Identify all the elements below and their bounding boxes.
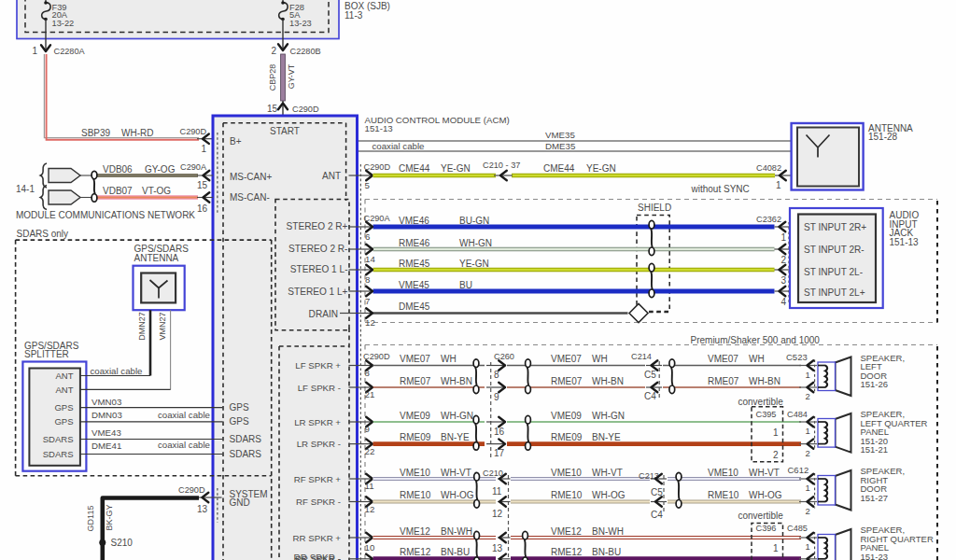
svg-text:11-3: 11-3	[344, 10, 363, 21]
svg-text:ST INPUT 2R-: ST INPUT 2R-	[804, 245, 865, 255]
svg-text:C5: C5	[651, 487, 663, 497]
svg-text:WH-GN: WH-GN	[441, 411, 473, 421]
svg-text:MS-CAN+: MS-CAN+	[230, 172, 272, 182]
svg-text:VME10: VME10	[400, 468, 430, 478]
svg-text:5: 5	[365, 180, 370, 190]
svg-text:VME43: VME43	[91, 427, 121, 438]
svg-text:VME09: VME09	[400, 411, 430, 421]
svg-text:DMN03: DMN03	[91, 410, 122, 420]
svg-text:VME07: VME07	[551, 354, 582, 364]
svg-text:GPS: GPS	[230, 402, 249, 413]
svg-text:YE-GN: YE-GN	[441, 163, 471, 174]
svg-text:RME10: RME10	[400, 490, 431, 500]
svg-text:BN-YE: BN-YE	[441, 432, 470, 442]
svg-text:151-27: 151-27	[861, 493, 889, 503]
svg-text:S210: S210	[111, 538, 134, 548]
svg-text:WH-OG: WH-OG	[441, 490, 474, 500]
svg-text:WH-BN: WH-BN	[749, 376, 780, 386]
svg-text:2: 2	[806, 391, 810, 401]
svg-text:DMN27: DMN27	[137, 312, 147, 341]
svg-text:RME45: RME45	[399, 259, 430, 269]
svg-text:coaxial cable: coaxial cable	[91, 366, 143, 376]
svg-text:CME44: CME44	[543, 163, 575, 174]
svg-text:15: 15	[197, 180, 208, 190]
svg-text:DME45: DME45	[399, 301, 430, 312]
svg-text:10: 10	[365, 542, 375, 553]
svg-text:ST INPUT 2L+: ST INPUT 2L+	[804, 287, 865, 298]
svg-text:2: 2	[781, 255, 787, 265]
svg-text:WH: WH	[749, 354, 765, 364]
svg-text:151-23: 151-23	[861, 552, 889, 560]
svg-text:C4: C4	[644, 391, 656, 401]
svg-text:BK-GY: BK-GY	[105, 504, 114, 530]
svg-text:3: 3	[781, 275, 787, 286]
svg-text:C210 - 37: C210 - 37	[483, 161, 520, 170]
svg-text:ST INPUT 2L-: ST INPUT 2L-	[804, 267, 863, 277]
svg-text:C290A: C290A	[364, 214, 391, 223]
svg-text:RF SPKR -: RF SPKR -	[296, 497, 341, 507]
svg-text:RR SPKR -: RR SPKR -	[293, 553, 341, 560]
svg-text:C210: C210	[483, 469, 503, 478]
svg-text:14: 14	[365, 254, 375, 264]
svg-text:WH: WH	[592, 354, 608, 364]
svg-text:C2362: C2362	[756, 215, 781, 224]
svg-text:1: 1	[806, 370, 810, 380]
svg-text:2: 2	[773, 450, 779, 460]
svg-text:C290D: C290D	[364, 162, 391, 172]
svg-text:8: 8	[494, 370, 499, 380]
svg-text:WH-OG: WH-OG	[749, 490, 782, 500]
svg-text:151-26: 151-26	[861, 379, 889, 389]
svg-text:8: 8	[365, 368, 370, 378]
svg-text:CBP28: CBP28	[268, 64, 277, 91]
svg-text:12: 12	[492, 509, 503, 519]
svg-text:1: 1	[776, 180, 781, 190]
svg-text:DME41: DME41	[91, 441, 121, 451]
svg-text:WH-VT: WH-VT	[592, 468, 623, 478]
svg-text:WH-RD: WH-RD	[121, 128, 153, 138]
svg-text:LR SPKR -: LR SPKR -	[297, 439, 341, 449]
svg-text:STEREO 1 L+: STEREO 1 L+	[288, 287, 347, 297]
svg-text:VME10: VME10	[551, 468, 582, 478]
svg-text:VME09: VME09	[551, 411, 582, 421]
svg-text:ANT: ANT	[56, 385, 74, 395]
svg-text:BN-BU: BN-BU	[441, 547, 470, 557]
svg-text:RME07: RME07	[400, 376, 431, 386]
svg-text:BN-BU: BN-BU	[592, 547, 621, 557]
svg-text:RR SPKR +: RR SPKR +	[293, 533, 342, 543]
svg-text:SBP39: SBP39	[81, 128, 111, 138]
svg-text:151-28: 151-28	[868, 132, 898, 142]
svg-text:12: 12	[365, 317, 375, 328]
svg-text:VME12: VME12	[551, 526, 582, 537]
svg-text:17: 17	[494, 448, 505, 458]
svg-text:1: 1	[201, 144, 206, 154]
svg-text:C290D: C290D	[178, 485, 205, 495]
svg-text:C612: C612	[788, 465, 809, 475]
svg-text:ANT: ANT	[56, 371, 74, 381]
svg-text:1: 1	[32, 46, 37, 56]
svg-text:151-13: 151-13	[890, 237, 920, 247]
svg-text:DME35: DME35	[545, 141, 575, 151]
svg-text:C5: C5	[644, 370, 656, 380]
svg-text:SHIELD: SHIELD	[638, 203, 671, 213]
svg-text:GY-VT: GY-VT	[287, 63, 296, 89]
svg-text:VME46: VME46	[399, 216, 429, 226]
svg-text:C290D: C290D	[292, 105, 319, 114]
svg-text:RME10: RME10	[708, 490, 739, 500]
svg-text:BN-WH: BN-WH	[441, 526, 472, 537]
svg-text:GD115: GD115	[86, 506, 95, 532]
svg-text:Premium/Shaker 500 and 1000: Premium/Shaker 500 and 1000	[691, 335, 821, 345]
svg-text:RME07: RME07	[708, 376, 739, 386]
svg-text:C396: C396	[756, 524, 777, 533]
svg-text:BN-WH: BN-WH	[592, 526, 624, 537]
svg-text:1: 1	[773, 427, 779, 438]
svg-text:SDARS: SDARS	[230, 449, 262, 459]
svg-text:RME12: RME12	[551, 547, 583, 557]
svg-text:convertible: convertible	[738, 511, 784, 521]
svg-text:coaxial cable: coaxial cable	[373, 141, 425, 151]
svg-text:1: 1	[806, 541, 810, 552]
svg-text:14-1: 14-1	[16, 184, 35, 194]
svg-text:GY-OG: GY-OG	[145, 164, 176, 175]
svg-text:6: 6	[365, 231, 370, 242]
svg-text:STEREO 1 L-: STEREO 1 L-	[290, 264, 348, 274]
svg-text:RME46: RME46	[399, 238, 430, 248]
